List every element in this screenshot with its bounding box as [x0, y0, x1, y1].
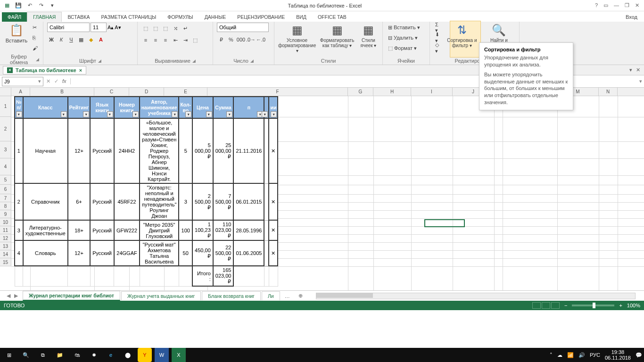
filter-dropdown-icon[interactable]: ▾	[271, 111, 277, 117]
tab-home[interactable]: ГЛАВНАЯ	[27, 12, 62, 22]
cell[interactable]: 3	[179, 183, 192, 220]
table-header-E[interactable]: Номер книги▾	[114, 97, 140, 118]
sheet-tab-2[interactable]: Журнал учета выданных книг	[121, 291, 201, 300]
row-header-1[interactable]: 1	[0, 96, 11, 117]
ribbon-opts-button[interactable]: ▭	[603, 2, 608, 8]
delete-cells-button[interactable]: ⊟ Удалить ▾	[387, 33, 421, 42]
borders-button[interactable]: ▦	[77, 35, 85, 44]
word-button[interactable]: W	[155, 348, 169, 362]
col-header-N[interactable]: N	[599, 88, 618, 96]
cell[interactable]: 18+	[68, 220, 90, 240]
tray-language[interactable]: РУС	[590, 352, 600, 358]
format-as-table-button[interactable]: ▦Форматировать как таблицу ▾	[318, 23, 356, 49]
row-header-9[interactable]: 9	[0, 210, 11, 218]
cell[interactable]: "Русский мат" Ахметова Татьяна Васильевн…	[140, 240, 179, 266]
currency-button[interactable]: ₽	[217, 35, 225, 44]
help-button[interactable]: ?	[595, 2, 598, 8]
cell[interactable]: ✕	[269, 220, 278, 240]
tab-office[interactable]: OFFICE TAB	[312, 12, 352, 22]
cut-button[interactable]: ✂	[31, 23, 39, 32]
font-color-button[interactable]: А	[97, 35, 105, 44]
align-bottom-button[interactable]: ⬚	[161, 24, 170, 33]
fill-button[interactable]: ⬇ ▾	[434, 33, 441, 42]
cell[interactable]: "Хогвартс: неполный и ненадежный путевод…	[140, 183, 179, 220]
cell-styles-button[interactable]: ▦Стили ячеек ▾	[358, 23, 379, 49]
cell[interactable]: 12+	[68, 240, 90, 266]
notifications-button[interactable]: 💬	[636, 352, 642, 358]
cell[interactable]: 110 023,00 ₽	[213, 220, 234, 240]
sign-in-link[interactable]: Вход	[619, 12, 644, 22]
sheet-nav-next-icon[interactable]: ▶	[14, 293, 18, 299]
row-header-12[interactable]: 12	[0, 234, 11, 242]
align-launcher-icon[interactable]: ◢	[192, 58, 196, 63]
app-icon-2[interactable]: ⬤	[121, 348, 135, 362]
cell[interactable]: 28.05.1996	[233, 220, 264, 240]
cell[interactable]: 1	[15, 118, 23, 183]
table-header-F[interactable]: Автор, наименование учебника▾	[140, 97, 179, 118]
cell[interactable]	[90, 266, 114, 286]
store-button[interactable]: 🛍	[70, 348, 84, 362]
increase-decimal-button[interactable]: .0→	[247, 35, 255, 44]
cell[interactable]: ✕	[269, 183, 278, 220]
excel-button[interactable]: X	[172, 348, 186, 362]
tray-chevron-icon[interactable]: ˄	[550, 352, 553, 358]
cell[interactable]: 165 023,00 ₽	[213, 266, 234, 286]
cell[interactable]: Русский	[90, 118, 114, 183]
cell[interactable]	[68, 266, 90, 286]
table-header-D[interactable]: Язык книги▾	[90, 97, 114, 118]
font-size-input[interactable]	[91, 23, 107, 32]
cell[interactable]: 01.06.2005	[233, 240, 264, 266]
font-name-input[interactable]	[47, 23, 90, 32]
format-painter-button[interactable]: 🖌	[31, 43, 39, 53]
select-all-button[interactable]	[0, 88, 11, 96]
tab-data[interactable]: ДАННЫЕ	[199, 12, 232, 22]
cell[interactable]: Научная	[23, 118, 68, 183]
indent-button[interactable]: ⇥	[181, 36, 190, 44]
search-button[interactable]: 🔍	[19, 348, 33, 362]
decrease-decimal-button[interactable]: ←.0	[256, 35, 265, 44]
number-launcher-icon[interactable]: ◢	[250, 58, 254, 63]
cell[interactable]: Русский	[90, 183, 114, 220]
zoom-level[interactable]: 100%	[627, 303, 640, 308]
doc-close-icon[interactable]: ✕	[636, 67, 640, 73]
row-header-11[interactable]: 11	[0, 226, 11, 234]
row-header-15[interactable]: 15	[0, 258, 11, 266]
cell[interactable]: 12+	[68, 118, 90, 183]
cell[interactable]: Итого :	[192, 266, 213, 286]
tray-network-icon[interactable]: 📶	[567, 352, 574, 358]
cell[interactable]	[179, 266, 192, 286]
maximize-button[interactable]: ❐	[625, 2, 629, 8]
decrease-font-icon[interactable]: A▾	[115, 25, 121, 31]
cell[interactable]: Русский	[90, 220, 114, 240]
outdent-button[interactable]: ⇤	[171, 36, 180, 44]
cell[interactable]	[264, 220, 269, 240]
accept-formula-icon[interactable]: ✓	[54, 78, 58, 84]
cancel-formula-icon[interactable]: ✕	[46, 78, 50, 84]
filter-dropdown-icon[interactable]: ▾	[226, 111, 232, 117]
underline-button[interactable]: Ч	[67, 35, 75, 44]
formula-expand-icon[interactable]: ▾	[639, 78, 642, 84]
table-header-A[interactable]: № п/п▾	[15, 97, 23, 118]
col-header-B[interactable]: B	[30, 88, 94, 96]
zoom-in-button[interactable]: +	[619, 303, 622, 308]
conditional-formatting-button[interactable]: ▦Условное форматирование ▾	[278, 23, 316, 54]
cell[interactable]: 450,00 ₽	[192, 240, 213, 266]
cell[interactable]: 4	[15, 240, 23, 266]
cell[interactable]	[140, 266, 179, 286]
app-icon[interactable]: ✹	[87, 348, 101, 362]
number-format-select[interactable]	[217, 23, 269, 32]
qat-customize-icon[interactable]: ▾	[48, 1, 57, 10]
col-header-G[interactable]: G	[348, 88, 373, 96]
col-header-C[interactable]: C	[94, 88, 129, 96]
table-header-I[interactable]: Сумма▾	[213, 97, 234, 118]
yandex-button[interactable]: Y	[138, 348, 152, 362]
row-header-2[interactable]: 2	[0, 117, 11, 141]
tab-page-layout[interactable]: РАЗМЕТКА СТРАНИЦЫ	[95, 12, 162, 22]
filter-dropdown-icon[interactable]: ▾	[132, 111, 139, 117]
col-header-D[interactable]: D	[129, 88, 164, 96]
cell[interactable]	[264, 118, 269, 183]
percent-button[interactable]: %	[227, 35, 235, 44]
cell[interactable]: 100	[179, 220, 192, 240]
edge-button[interactable]: e	[104, 348, 118, 362]
cell[interactable]: 06.01.2015	[233, 183, 264, 220]
